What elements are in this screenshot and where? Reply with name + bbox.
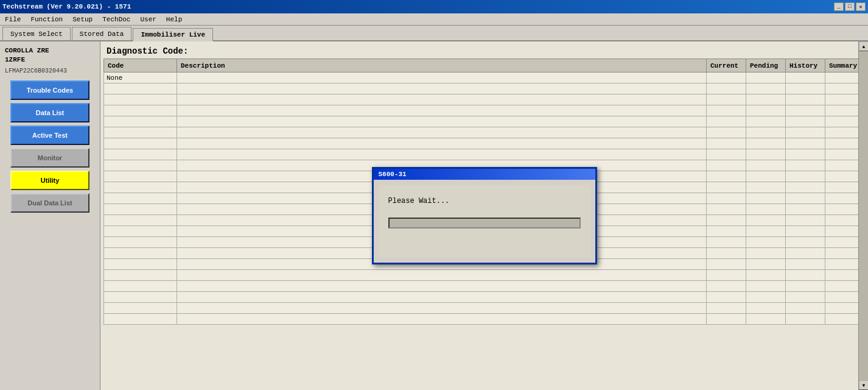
modal-progress-bar [388,218,581,229]
active-test-button[interactable]: Active Test [10,126,89,145]
tab-immobiliser-live[interactable]: Immobiliser Live [133,28,213,41]
menu-setup[interactable]: Setup [70,15,95,24]
menu-file[interactable]: File [2,15,23,24]
title-bar: Techstream (Ver 9.20.021) - 1571 _ □ ✕ [0,0,868,13]
menu-function[interactable]: Function [28,15,65,24]
modal-message: Please Wait... [388,197,581,205]
main-layout: COROLLA ZRE 1ZRFE LFMAP22C6B0320443 Trou… [0,41,868,390]
trouble-codes-button[interactable]: Trouble Codes [10,80,89,100]
menu-bar: File Function Setup TechDoc User Help [0,13,868,26]
monitor-button[interactable]: Monitor [10,148,89,168]
vin-info: LFMAP22C6B0320443 [5,68,95,74]
menu-techdoc[interactable]: TechDoc [100,15,133,24]
dual-data-list-button[interactable]: Dual Data List [10,193,89,213]
sidebar: COROLLA ZRE 1ZRFE LFMAP22C6B0320443 Trou… [0,41,100,390]
vehicle-line2: 1ZRFE [5,56,25,63]
utility-button[interactable]: Utility [10,171,89,190]
modal-title-text: S600-31 [379,171,407,178]
content-area: Diagnostic Code: Code Description Curren… [100,41,868,390]
title-text: Techstream (Ver 9.20.021) - 1571 [2,3,131,10]
tab-stored-data[interactable]: Stored Data [72,27,132,40]
title-bar-buttons: _ □ ✕ [834,2,866,11]
tab-system-select[interactable]: System Select [2,27,71,40]
modal-body: Please Wait... [379,185,590,258]
vehicle-info: COROLLA ZRE 1ZRFE [5,46,95,65]
minimize-button[interactable]: _ [834,2,844,11]
modal-overlay: S600-31 Please Wait... [100,41,868,390]
tab-bar: System Select Stored Data Immobiliser Li… [0,26,868,41]
restore-button[interactable]: □ [845,2,855,11]
modal-dialog: S600-31 Please Wait... [372,167,597,264]
data-list-button[interactable]: Data List [10,103,89,122]
vehicle-line1: COROLLA ZRE [5,47,49,54]
modal-title-bar: S600-31 [374,169,595,180]
menu-user[interactable]: User [138,15,158,24]
menu-help[interactable]: Help [164,15,184,24]
close-button[interactable]: ✕ [856,2,866,11]
